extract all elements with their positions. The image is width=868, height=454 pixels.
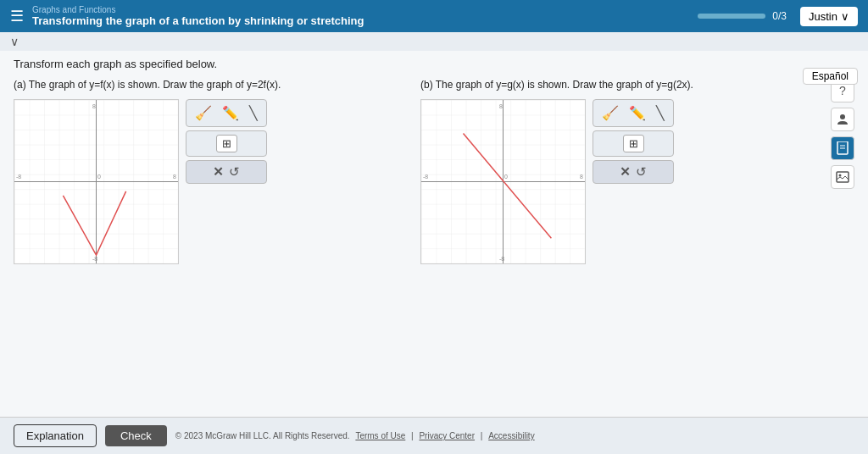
espanol-button[interactable]: Español xyxy=(803,68,858,85)
header-title: Transforming the graph of a function by … xyxy=(32,14,364,27)
svg-point-22 xyxy=(839,174,842,177)
header-right: 0/3 Justin ∨ xyxy=(698,7,858,26)
toolbar-a-bottom: ✕ ↺ xyxy=(186,160,267,184)
progress-bar-container: 0/3 xyxy=(698,10,787,22)
problem-a: (a) The graph of y=f(x) is shown. Draw t… xyxy=(14,79,403,264)
progress-bar xyxy=(698,14,765,19)
footer: Explanation Check © 2023 McGraw Hill LLC… xyxy=(0,417,868,454)
problem-a-content: 8 -8 8 -8 0 xyxy=(14,99,403,264)
progress-text: 0/3 xyxy=(772,10,787,22)
header: ☰ Graphs and Functions Transforming the … xyxy=(0,0,868,32)
grid-b-button[interactable]: ⊞ xyxy=(623,135,644,152)
explanation-button[interactable]: Explanation xyxy=(14,424,97,447)
graph-b-container[interactable]: 8 -8 8 -8 0 xyxy=(420,99,586,264)
problem-b-content: 8 -8 8 -8 0 🧹 xyxy=(420,99,810,264)
svg-rect-21 xyxy=(837,172,849,182)
eraser-b-button[interactable]: 🧹 xyxy=(598,103,622,123)
toolbar-b-top: 🧹 ✏️ ╲ xyxy=(593,99,674,127)
content-area: Transform each graph as specified below.… xyxy=(0,51,868,268)
svg-text:-8: -8 xyxy=(499,256,504,262)
toolbar-b: 🧹 ✏️ ╲ ⊞ ✕ ↺ xyxy=(593,99,674,184)
graph-a-svg: 8 -8 8 -8 0 xyxy=(14,100,178,263)
clear-b-button[interactable]: ✕ xyxy=(620,164,631,180)
person-button[interactable] xyxy=(831,108,854,131)
privacy-link[interactable]: Privacy Center xyxy=(419,431,475,440)
user-label: Justin xyxy=(809,10,837,23)
grid-a-button[interactable]: ⊞ xyxy=(216,135,237,152)
svg-text:8: 8 xyxy=(173,174,176,180)
svg-text:0: 0 xyxy=(504,174,508,180)
svg-text:8: 8 xyxy=(499,103,503,109)
refresh-a-button[interactable]: ↺ xyxy=(229,164,240,180)
graph-b-svg: 8 -8 8 -8 0 xyxy=(421,100,585,263)
line-a-button[interactable]: ╲ xyxy=(246,103,261,123)
header-titles: Graphs and Functions Transforming the gr… xyxy=(32,5,364,27)
line-b-button[interactable]: ╲ xyxy=(653,103,668,123)
svg-text:-8: -8 xyxy=(423,174,428,180)
hamburger-icon[interactable]: ☰ xyxy=(10,7,24,25)
pencil-b-button[interactable]: ✏️ xyxy=(626,103,649,123)
svg-text:8: 8 xyxy=(92,103,96,109)
svg-text:-8: -8 xyxy=(92,256,97,262)
copyright-text: © 2023 McGraw Hill LLC. All Rights Reser… xyxy=(175,431,350,440)
footer-links: © 2023 McGraw Hill LLC. All Rights Reser… xyxy=(175,431,538,440)
image-button[interactable] xyxy=(831,165,854,189)
check-button[interactable]: Check xyxy=(105,425,167,446)
toolbar-b-bottom: ✕ ↺ xyxy=(593,160,674,184)
header-subtitle: Graphs and Functions xyxy=(32,5,364,14)
side-tools: ? xyxy=(831,79,854,189)
toggle-bar: ∨ xyxy=(0,32,868,51)
refresh-b-button[interactable]: ↺ xyxy=(636,164,647,180)
svg-text:-8: -8 xyxy=(16,174,21,180)
image-icon xyxy=(836,171,849,183)
problems-row: (a) The graph of y=f(x) is shown. Draw t… xyxy=(14,79,854,264)
toolbar-a: 🧹 ✏️ ╲ ⊞ ✕ ↺ xyxy=(186,99,267,184)
clear-a-button[interactable]: ✕ xyxy=(213,164,224,180)
accessibility-link[interactable]: Accessibility xyxy=(488,431,534,440)
pencil-a-button[interactable]: ✏️ xyxy=(219,103,242,123)
svg-text:0: 0 xyxy=(97,174,101,180)
problem-b: (b) The graph of y=g(x) is shown. Draw t… xyxy=(420,79,810,264)
bookmark-button[interactable] xyxy=(831,136,854,160)
problem-b-label: (b) The graph of y=g(x) is shown. Draw t… xyxy=(420,79,810,91)
graph-a-container[interactable]: 8 -8 8 -8 0 xyxy=(14,99,179,264)
problem-a-label: (a) The graph of y=f(x) is shown. Draw t… xyxy=(14,79,403,91)
instruction-text: Transform each graph as specified below. xyxy=(14,58,854,70)
terms-link[interactable]: Terms of Use xyxy=(355,431,405,440)
toggle-icon[interactable]: ∨ xyxy=(10,35,19,48)
eraser-a-button[interactable]: 🧹 xyxy=(192,103,215,123)
main-content: ∨ Español Transform each graph as specif… xyxy=(0,32,868,454)
svg-point-17 xyxy=(840,114,845,119)
chevron-down-icon: ∨ xyxy=(841,10,849,23)
person-icon xyxy=(836,113,849,126)
toolbar-a-top: 🧹 ✏️ ╲ xyxy=(186,99,267,127)
svg-text:8: 8 xyxy=(580,174,583,180)
user-button[interactable]: Justin ∨ xyxy=(800,7,858,26)
bookmark-icon xyxy=(837,141,849,155)
